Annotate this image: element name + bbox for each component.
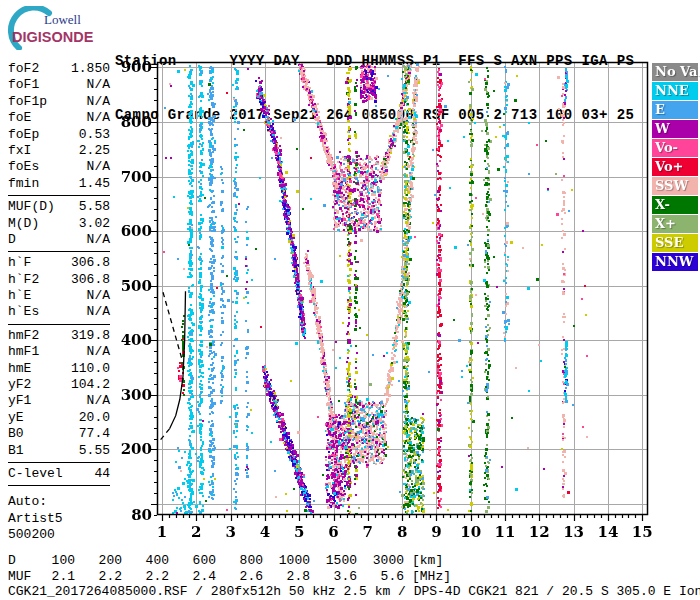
y-tick-label: 800 <box>118 115 152 130</box>
param-row: foF21.850 <box>8 61 110 77</box>
param-row: M(D)3.02 <box>8 216 110 232</box>
param-row: yF2104.2 <box>8 377 110 393</box>
footer-row-label: MUF <box>8 569 38 585</box>
x-tick-label: 12 <box>524 525 554 540</box>
y-tick-label: 80 <box>118 508 152 523</box>
param-value: N/A <box>87 94 110 110</box>
param-label: yF1 <box>8 393 31 409</box>
auto-info-line: Artist5 <box>8 511 110 527</box>
status-line: CGK21_2017264085000.RSF / 280fx512h 50 k… <box>8 584 700 600</box>
param-row: h`F306.8 <box>8 255 110 271</box>
param-label: h`E <box>8 288 31 304</box>
param-row: foEp0.53 <box>8 127 110 143</box>
legend-label: SSE <box>655 235 683 250</box>
param-value: 20.0 <box>79 410 110 426</box>
param-group: MUF(D)5.58M(D)3.02DN/A <box>8 199 110 252</box>
param-row: B077.4 <box>8 426 110 442</box>
legend-item-nnw: NNW <box>652 253 698 271</box>
footer-value: 200 <box>75 553 122 569</box>
param-value: N/A <box>87 77 110 93</box>
param-value: N/A <box>87 232 110 248</box>
param-label: foEp <box>8 127 39 143</box>
param-value: 306.8 <box>71 255 110 271</box>
logo-digisonde-text: DIGISONDE <box>12 29 94 45</box>
ionogram-viewer-window: Lowell DIGISONDE Station YYYY DAY DDD HH… <box>0 0 700 600</box>
footer-value: 2.1 <box>38 569 75 585</box>
x-tick-label: 15 <box>627 525 657 540</box>
param-group: C-level44 <box>8 466 110 486</box>
param-value: N/A <box>87 344 110 360</box>
y-tick-label: 400 <box>118 333 152 348</box>
x-tick-label: 2 <box>181 525 211 540</box>
param-value: 319.8 <box>71 328 110 344</box>
param-row: fmin1.45 <box>8 176 110 192</box>
param-row: h`EsN/A <box>8 304 110 320</box>
param-label: foF1 <box>8 77 39 93</box>
param-value: 110.0 <box>71 361 110 377</box>
param-label: M(D) <box>8 216 39 232</box>
footer-value: 5.6 <box>357 569 404 585</box>
x-tick-label: 3 <box>216 525 246 540</box>
param-label: foF2 <box>8 61 39 77</box>
param-value: 77.4 <box>79 426 110 442</box>
legend-item-x+: X+ <box>652 215 698 233</box>
param-label: yF2 <box>8 377 31 393</box>
x-tick-label: 14 <box>593 525 623 540</box>
param-label: fxI <box>8 143 31 159</box>
param-value: 44 <box>94 466 110 482</box>
footer-value: 2.2 <box>122 569 169 585</box>
param-row: foF1N/A <box>8 77 110 93</box>
x-tick-label: 9 <box>421 525 451 540</box>
y-tick-label: 500 <box>118 279 152 294</box>
x-tick-label: 13 <box>559 525 589 540</box>
param-label: h`Es <box>8 304 39 320</box>
legend-item-nne: NNE <box>652 82 698 100</box>
footer-value: 2.2 <box>75 569 122 585</box>
param-value: 306.8 <box>71 272 110 288</box>
y-tick-label: 200 <box>118 442 152 457</box>
direction-color-legend: No ValNNEEWVo-Vo+SSWX-X+SSENNW <box>652 63 698 272</box>
legend-item-e: E <box>652 101 698 119</box>
autoscaling-info: Auto:Artist5500200 <box>8 494 110 543</box>
x-tick-label: 5 <box>284 525 314 540</box>
param-label: h`F2 <box>8 272 39 288</box>
param-row: C-level44 <box>8 466 110 482</box>
param-value: N/A <box>87 159 110 175</box>
y-tick-label: 300 <box>118 388 152 403</box>
param-label: foEs <box>8 159 39 175</box>
param-value: 5.55 <box>79 443 110 459</box>
param-label: h`F <box>8 255 31 271</box>
legend-label: X- <box>655 197 670 212</box>
legend-item-vo+: Vo+ <box>652 158 698 176</box>
param-value: 104.2 <box>71 377 110 393</box>
param-value: 1.45 <box>79 176 110 192</box>
param-label: hmF1 <box>8 344 39 360</box>
logo-arc-icon: Lowell DIGISONDE <box>6 6 116 50</box>
x-tick-label: 4 <box>250 525 280 540</box>
auto-info-line: 500200 <box>8 527 110 543</box>
footer-value: 2.8 <box>263 569 310 585</box>
auto-info-line: Auto: <box>8 494 110 510</box>
param-row: foEN/A <box>8 110 110 126</box>
param-row: hmE110.0 <box>8 361 110 377</box>
y-tick-label: 600 <box>118 224 152 239</box>
legend-label: NNE <box>655 83 689 98</box>
param-value: 5.58 <box>79 199 110 215</box>
param-value: 1.850 <box>71 61 110 77</box>
legend-label: SSW <box>655 178 688 193</box>
param-row: yF1N/A <box>8 393 110 409</box>
param-value: 0.53 <box>79 127 110 143</box>
param-label: foE <box>8 110 31 126</box>
param-label: D <box>8 232 16 248</box>
logo-lowell-text: Lowell <box>44 12 81 27</box>
legend-item-sse: SSE <box>652 234 698 252</box>
param-label: foF1p <box>8 94 47 110</box>
footer-unit: [MHz] <box>412 569 451 585</box>
footer-value: 100 <box>38 553 75 569</box>
param-value: 2.25 <box>79 143 110 159</box>
legend-label: Vo+ <box>655 159 683 174</box>
footer-value: 3.6 <box>310 569 357 585</box>
legend-label: E <box>655 102 665 117</box>
param-row: MUF(D)5.58 <box>8 199 110 215</box>
param-row: fxI2.25 <box>8 143 110 159</box>
